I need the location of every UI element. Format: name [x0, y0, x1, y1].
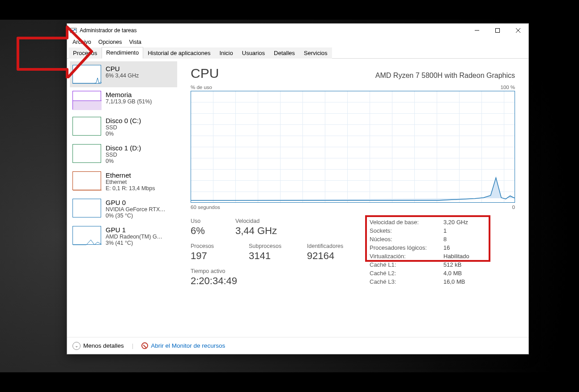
thumb-memory [72, 91, 101, 110]
maximize-button[interactable] [487, 24, 508, 37]
menubar: Archivo Opciones Vista [67, 37, 528, 47]
spec-key: Virtualización: [370, 252, 443, 260]
close-button[interactable] [508, 24, 528, 37]
window-controls [467, 24, 528, 37]
task-manager-window: Administrador de tareas Archivo Opciones… [67, 23, 529, 354]
spec-value: 8 [443, 235, 469, 243]
sidebar-item-sub: NVIDIA GeForce RTX… [106, 206, 166, 213]
spec-value: 1 [443, 226, 469, 235]
letterbox-top [0, 0, 579, 20]
tab-usuarios[interactable]: Usuarios [238, 47, 269, 59]
sidebar-item-gpu0[interactable]: GPU 0 NVIDIA GeForce RTX… 0% (35 °C) [70, 195, 177, 222]
value-uso: 6% [191, 225, 222, 237]
thumb-gpu0 [72, 199, 101, 217]
sidebar-item-cpu[interactable]: CPU 6% 3,44 GHz [70, 61, 177, 87]
sidebar-item-title: Ethernet [106, 171, 155, 179]
sidebar-item-sub: 7,1/13,9 GB (51%) [106, 98, 152, 105]
chart-ylabel-right: 100 % [500, 85, 515, 90]
sidebar-item-title: GPU 1 [106, 226, 162, 234]
sidebar-item-sub: AMD Radeon(TM) G… [106, 234, 162, 240]
fewer-details-label: Menos detalles [83, 342, 124, 349]
open-resource-monitor-link[interactable]: Abrir el Monitor de recursos [141, 342, 225, 349]
cpu-spec-table: Velocidad de base:3,20 GHz Sockets:1 Núc… [370, 218, 515, 293]
sidebar-item-title: Disco 1 (D:) [106, 144, 141, 152]
sidebar-item-sub2: 0% [106, 131, 141, 137]
sidebar-item-ethernet[interactable]: Ethernet Ethernet E: 0,1 R: 13,4 Mbps [70, 168, 177, 195]
fewer-details-link[interactable]: ⌄ Menos detalles [72, 342, 124, 350]
titlebar[interactable]: Administrador de tareas [67, 24, 528, 37]
sidebar-item-sub2: 3% (41 °C) [106, 240, 162, 246]
value-identificadores: 92164 [307, 250, 352, 262]
tab-historial[interactable]: Historial de aplicaciones [143, 47, 215, 59]
spec-value: 512 kB [443, 260, 469, 269]
performance-main: CPU AMD Ryzen 7 5800H with Radeon Graphi… [177, 59, 528, 337]
chart-xlabel-right: 0 [512, 205, 515, 210]
label-procesos: Procesos [191, 243, 235, 249]
chevron-down-icon: ⌄ [72, 342, 81, 350]
thumb-ethernet [72, 171, 101, 190]
spec-key: Caché L1: [370, 260, 443, 269]
label-uso: Uso [191, 218, 222, 224]
value-procesos: 197 [191, 250, 235, 262]
spec-value: Habilitado [443, 252, 469, 260]
window-title: Administrador de tareas [80, 27, 136, 34]
sidebar-item-sub: SSD [106, 152, 141, 158]
cpu-model: AMD Ryzen 7 5800H with Radeon Graphics [375, 72, 515, 80]
svg-rect-2 [496, 29, 500, 33]
label-uptime: Tiempo activo [191, 268, 225, 274]
no-entry-icon [141, 342, 148, 349]
sidebar-item-title: Disco 0 (C:) [106, 117, 141, 124]
value-subprocesos: 3141 [249, 250, 294, 262]
open-resource-monitor-label: Abrir el Monitor de recursos [151, 342, 225, 349]
value-uptime: 2:20:34:49 [191, 275, 237, 287]
tab-inicio[interactable]: Inicio [215, 47, 237, 59]
spec-key: Caché L2: [370, 269, 443, 277]
sidebar-item-title: Memoria [106, 91, 152, 98]
spec-value: 16,0 MB [443, 277, 469, 286]
spec-key: Caché L3: [370, 277, 443, 286]
sidebar-item-sub2: 0% (35 °C) [106, 213, 166, 219]
tab-procesos[interactable]: Procesos [68, 47, 102, 59]
tab-servicios[interactable]: Servicios [299, 47, 332, 59]
spec-key: Sockets: [370, 226, 443, 235]
performance-sidebar[interactable]: CPU 6% 3,44 GHz Memoria 7,1/13,9 GB (51%… [67, 59, 177, 337]
thumb-disk1 [72, 144, 101, 163]
label-identificadores: Identificadores [307, 243, 352, 249]
tab-rendimiento[interactable]: Rendimiento [102, 47, 143, 59]
sidebar-item-title: CPU [106, 65, 139, 72]
spec-value: 3,20 GHz [443, 218, 469, 226]
sidebar-item-gpu1[interactable]: GPU 1 AMD Radeon(TM) G… 3% (41 °C) [70, 222, 177, 250]
spec-value: 16 [443, 243, 469, 252]
spec-key: Procesadores lógicos: [370, 243, 443, 252]
sidebar-item-disco0[interactable]: Disco 0 (C:) SSD 0% [70, 113, 177, 141]
sidebar-item-memoria[interactable]: Memoria 7,1/13,9 GB (51%) [70, 87, 177, 113]
thumb-gpu1 [72, 226, 101, 245]
minimize-button[interactable] [467, 24, 487, 37]
thumb-cpu [72, 65, 101, 84]
cpu-live-stats: Uso Velocidad 6% 3,44 GHz Procesos Subpr… [191, 218, 352, 293]
sidebar-item-sub: SSD [106, 124, 141, 131]
sidebar-item-title: GPU 0 [106, 199, 166, 206]
tab-detalles[interactable]: Detalles [269, 47, 299, 59]
menu-opciones[interactable]: Opciones [95, 38, 126, 46]
footer: ⌄ Menos detalles | Abrir el Monitor de r… [67, 337, 528, 354]
sidebar-item-sub: 6% 3,44 GHz [106, 72, 139, 79]
chart-ylabel-left: % de uso [191, 85, 212, 90]
letterbox-bottom [0, 372, 579, 392]
label-subprocesos: Subprocesos [249, 243, 294, 249]
spec-value: 4,0 MB [443, 269, 469, 277]
spec-key: Velocidad de base: [370, 218, 443, 226]
chart-xlabel-left: 60 segundos [191, 205, 220, 210]
cpu-usage-chart[interactable] [191, 91, 515, 203]
sidebar-item-sub2: 0% [106, 158, 141, 164]
value-velocidad: 3,44 GHz [235, 225, 277, 237]
page-title: CPU [191, 66, 219, 81]
sidebar-item-disco1[interactable]: Disco 1 (D:) SSD 0% [70, 141, 177, 168]
label-velocidad: Velocidad [235, 218, 267, 224]
svg-rect-5 [73, 101, 102, 110]
menu-vista[interactable]: Vista [126, 38, 145, 46]
menu-archivo[interactable]: Archivo [69, 38, 95, 46]
sidebar-item-sub2: E: 0,1 R: 13,4 Mbps [106, 185, 155, 192]
app-icon [70, 27, 77, 34]
sidebar-item-sub: Ethernet [106, 179, 155, 185]
